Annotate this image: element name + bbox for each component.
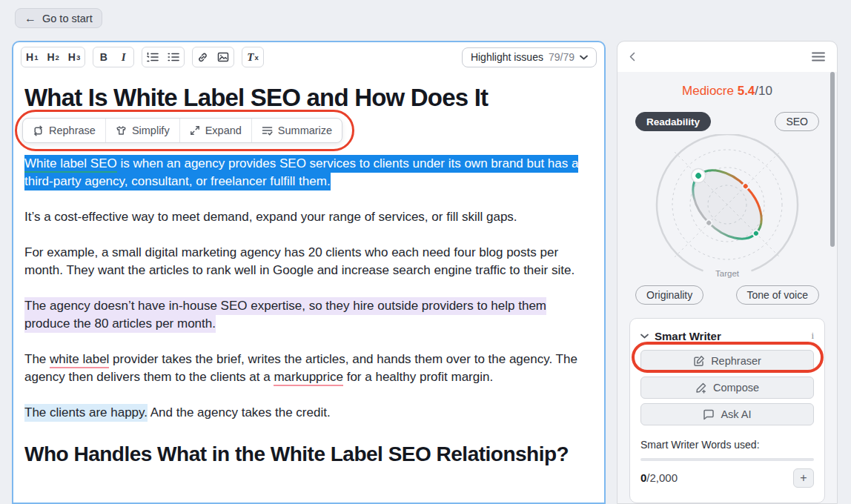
text-segment: And the agency takes the credit. xyxy=(148,405,331,420)
pill-tone-of-voice[interactable]: Tone of voice xyxy=(736,285,820,305)
info-icon[interactable]: i xyxy=(811,330,814,342)
overall-score: Mediocre 5.4/10 xyxy=(617,84,837,99)
ai-actions-popup: Rephrase Simplify Expand Summarize xyxy=(22,118,342,143)
italic-button[interactable]: I xyxy=(113,47,133,67)
simplify-button[interactable]: Simplify xyxy=(106,119,180,142)
text-segment: for a healthy profit margin. xyxy=(343,370,493,384)
h1-button[interactable]: H1 xyxy=(21,47,42,67)
chat-bubble-icon xyxy=(703,409,715,420)
gauge-target-label: Target xyxy=(715,269,740,278)
editor-panel: H1 H2 H3 B I xyxy=(12,41,606,504)
add-words-button[interactable]: + xyxy=(793,468,814,488)
expand-icon xyxy=(190,125,200,136)
summarize-icon xyxy=(262,125,273,136)
bold-button[interactable]: B xyxy=(93,47,113,67)
text-segment: white label xyxy=(50,352,109,368)
smart-writer-card: Smart Writer i Rephraser Compose Ask AI … xyxy=(629,318,825,503)
pill-originality[interactable]: Originality xyxy=(635,285,703,305)
go-to-start-button[interactable]: ← Go to start xyxy=(15,8,102,28)
edit-square-icon xyxy=(693,355,705,367)
panel-scrollbar[interactable] xyxy=(830,72,835,247)
paragraph[interactable]: The agency doesn’t have in-house SEO exp… xyxy=(24,297,593,333)
compose-pencil-icon xyxy=(695,382,707,394)
assistant-panel: Mediocre 5.4/10 Readability SEO xyxy=(617,41,838,504)
ask-ai-button[interactable]: Ask AI xyxy=(640,403,814,425)
paragraph[interactable]: The clients are happy. And the agency ta… xyxy=(24,404,593,422)
smart-writer-title: Smart Writer xyxy=(655,330,721,342)
text-segment: It’s a cost-effective way to meet demand… xyxy=(24,210,517,224)
clear-formatting-button[interactable]: Tx xyxy=(242,47,262,67)
highlight-issues-dropdown[interactable]: Highlight issues 79/79 xyxy=(462,47,597,67)
score-tabs: Readability SEO xyxy=(617,112,837,131)
paragraph[interactable]: It’s a cost-effective way to meet demand… xyxy=(24,208,593,226)
text-segment: White label SEO xyxy=(24,155,117,173)
chevron-down-icon[interactable] xyxy=(640,334,649,339)
format-button-group: B I xyxy=(93,47,134,67)
rephrase-button[interactable]: Rephrase xyxy=(23,119,106,142)
dimension-pills: Originality Tone of voice xyxy=(617,285,837,305)
highlight-issues-count: 79/79 xyxy=(549,51,574,63)
summarize-button[interactable]: Summarize xyxy=(252,119,342,142)
text-segment: The agency doesn’t have in-house SEO exp… xyxy=(24,297,546,333)
collapse-chevron-left-icon[interactable] xyxy=(629,52,635,62)
go-to-start-label: Go to start xyxy=(42,13,93,24)
arrow-left-icon: ← xyxy=(24,13,36,24)
image-button[interactable] xyxy=(213,47,234,67)
tab-seo[interactable]: SEO xyxy=(775,112,819,131)
score-radar-gauge: Target xyxy=(646,134,809,282)
words-used-progress-bar xyxy=(640,458,814,461)
clear-format-group: Tx xyxy=(242,47,263,67)
expand-button[interactable]: Expand xyxy=(180,119,252,142)
link-button[interactable] xyxy=(193,47,213,67)
text-segment: For example, a small digital marketing a… xyxy=(24,245,574,277)
panel-header xyxy=(617,42,837,72)
bullet-list-icon xyxy=(168,52,179,62)
simplify-icon xyxy=(116,125,127,136)
text-segment: The clients are happy. xyxy=(24,404,148,422)
editor-paragraphs: White label SEO is when an agency provid… xyxy=(24,155,593,422)
image-icon xyxy=(217,52,229,62)
paragraph[interactable]: The white label provider takes the brief… xyxy=(24,351,593,386)
list-button-group xyxy=(142,47,185,67)
tab-readability[interactable]: Readability xyxy=(635,112,711,131)
bullet-list-button[interactable] xyxy=(163,47,184,67)
h3-button[interactable]: H3 xyxy=(64,47,85,67)
text-segment: The xyxy=(24,352,50,366)
rephrase-icon xyxy=(33,125,44,136)
score-max: /10 xyxy=(755,84,772,98)
document-heading-2[interactable]: Who Handles What in the White Label SEO … xyxy=(24,440,593,469)
menu-icon[interactable] xyxy=(812,52,825,62)
score-word: Mediocre xyxy=(682,84,734,98)
words-used-counter: 0/2,000 xyxy=(640,471,678,485)
link-icon xyxy=(197,52,208,63)
ordered-list-button[interactable] xyxy=(142,47,163,67)
chevron-down-icon xyxy=(580,55,588,60)
paragraph[interactable]: White label SEO is when an agency provid… xyxy=(24,155,593,190)
highlight-issues-label: Highlight issues xyxy=(471,51,543,63)
editor-toolbar: H1 H2 H3 B I xyxy=(13,42,604,72)
rephraser-button[interactable]: Rephraser xyxy=(640,350,814,372)
paragraph[interactable]: For example, a small digital marketing a… xyxy=(24,244,593,279)
heading-button-group: H1 H2 H3 xyxy=(21,47,85,67)
text-segment: markupprice xyxy=(274,370,343,386)
score-value: 5.4 xyxy=(738,84,755,98)
h2-button[interactable]: H2 xyxy=(42,47,63,67)
compose-button[interactable]: Compose xyxy=(640,377,814,399)
ordered-list-icon xyxy=(147,52,159,62)
words-used-label: Smart Writer Words used: xyxy=(640,439,814,451)
insert-button-group xyxy=(192,47,234,67)
